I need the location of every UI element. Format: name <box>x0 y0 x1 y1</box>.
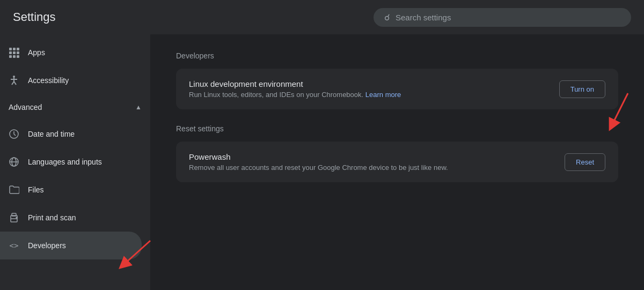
content-area: Developers Linux development environment… <box>150 34 644 290</box>
svg-rect-0 <box>9 48 12 50</box>
svg-rect-2 <box>17 48 19 50</box>
languages-label: Languages and inputs <box>28 158 102 166</box>
svg-rect-1 <box>13 48 16 50</box>
reset-section: Reset settings Powerwash Remove all user… <box>176 124 618 182</box>
svg-rect-7 <box>13 55 16 58</box>
svg-point-20 <box>16 217 17 218</box>
powerwash-heading: Powerwash <box>189 152 448 161</box>
sidebar-item-print-scan[interactable]: Print and scan <box>0 204 142 232</box>
developers-section-title: Developers <box>176 51 618 60</box>
sidebar: Apps Accessibility Advanced ▲ <box>0 34 150 290</box>
powerwash-card: Powerwash Remove all user accounts and r… <box>176 142 618 182</box>
accessibility-label: Accessibility <box>28 76 69 85</box>
search-bar[interactable]: ☌ <box>374 8 631 27</box>
linux-description: Run Linux tools, editors, and IDEs on yo… <box>189 91 401 99</box>
linux-heading: Linux development environment <box>189 79 401 88</box>
svg-rect-8 <box>17 55 19 58</box>
sidebar-item-files[interactable]: Files <box>0 176 142 204</box>
reset-section-title: Reset settings <box>176 124 618 133</box>
clock-icon <box>9 129 19 139</box>
svg-rect-19 <box>12 213 16 216</box>
advanced-section-header[interactable]: Advanced ▲ <box>0 94 150 120</box>
chevron-up-icon: ▲ <box>135 103 142 111</box>
sidebar-item-accessibility[interactable]: Accessibility <box>0 66 142 94</box>
sidebar-item-apps[interactable]: Apps <box>0 39 142 66</box>
date-time-label: Date and time <box>28 130 75 138</box>
svg-line-13 <box>14 81 16 85</box>
developers-section: Developers Linux development environment… <box>176 51 618 109</box>
powerwash-card-text: Powerwash Remove all user accounts and r… <box>189 152 448 172</box>
sidebar-item-languages[interactable]: Languages and inputs <box>0 148 142 176</box>
linux-card: Linux development environment Run Linux … <box>176 69 618 109</box>
print-scan-label: Print and scan <box>28 213 76 222</box>
files-label: Files <box>28 185 44 194</box>
code-icon: <> <box>9 240 19 251</box>
apps-label: Apps <box>28 48 45 57</box>
reset-button[interactable]: Reset <box>565 153 605 171</box>
svg-rect-6 <box>9 55 12 58</box>
sidebar-item-date-time[interactable]: Date and time <box>0 120 142 148</box>
sidebar-item-developers[interactable]: <> Developers <box>0 232 142 259</box>
page-title: Settings <box>13 10 56 24</box>
printer-icon <box>9 212 19 223</box>
svg-rect-4 <box>13 51 16 54</box>
main-layout: Apps Accessibility Advanced ▲ <box>0 34 644 290</box>
header: Settings ☌ <box>0 0 644 34</box>
powerwash-description: Remove all user accounts and reset your … <box>189 163 448 172</box>
linux-card-text: Linux development environment Run Linux … <box>189 79 401 99</box>
advanced-label: Advanced <box>9 103 42 111</box>
learn-more-link[interactable]: Learn more <box>365 91 401 99</box>
svg-rect-3 <box>9 51 12 54</box>
svg-rect-18 <box>11 219 17 222</box>
accessibility-icon <box>9 75 19 86</box>
svg-rect-5 <box>17 51 19 54</box>
globe-icon <box>9 157 19 167</box>
svg-point-9 <box>13 76 15 78</box>
search-input[interactable] <box>396 13 620 22</box>
apps-icon <box>9 47 19 58</box>
turn-on-button[interactable]: Turn on <box>559 80 605 98</box>
developers-label: Developers <box>28 241 66 250</box>
folder-icon <box>9 184 19 195</box>
search-icon: ☌ <box>384 12 390 23</box>
